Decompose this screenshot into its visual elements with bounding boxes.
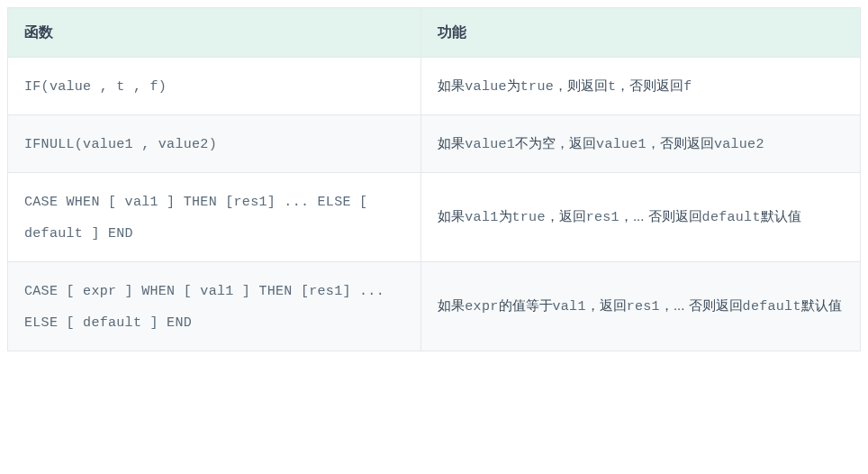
function-signature: CASE WHEN [ val1 ] THEN [res1] ... ELSE … [24,195,367,242]
description-text: 如果value1不为空，返回value1，否则返回value2 [438,135,764,150]
text-segment: ，返回 [546,208,586,223]
text-segment: 如果 [438,77,465,93]
description-text: 如果expr的值等于val1，返回res1，... 否则返回default默认值 [438,297,841,313]
text-segment: 不为空，返回 [515,135,596,150]
inline-code: true [512,210,546,225]
inline-code: true [520,79,554,95]
cell-function: IF(value , t , f) [8,57,421,114]
function-signature: IF(value , t , f) [24,79,167,95]
cell-description: 如果value1不为空，返回value1，否则返回value2 [421,114,861,172]
inline-code: val1 [465,210,498,225]
text-segment: 默认值 [761,208,801,223]
cell-function: CASE [ expr ] WHEN [ val1 ] THEN [res1] … [8,261,421,351]
text-segment: 如果 [438,297,465,313]
function-signature: IFNULL(value1 , value2) [24,137,217,152]
cell-description: 如果value为true，则返回t，否则返回f [421,57,861,114]
text-segment: 如果 [438,208,465,223]
table-row: IFNULL(value1 , value2)如果value1不为空，返回val… [8,114,861,172]
inline-code: res1 [627,299,660,314]
header-description: 功能 [421,8,861,58]
inline-code: default [743,299,801,314]
text-segment: 如果 [438,135,465,150]
text-segment: ，否则返回 [646,135,714,150]
inline-code: expr [465,299,498,314]
description-text: 如果val1为true，返回res1，... 否则返回default默认值 [438,208,800,223]
inline-code: value2 [714,137,764,152]
text-segment: ，返回 [586,297,627,313]
table-body: IF(value , t , f)如果value为true，则返回t，否则返回f… [8,57,861,351]
function-signature: CASE [ expr ] WHEN [ val1 ] THEN [res1] … [24,284,384,331]
table-row: CASE [ expr ] WHEN [ val1 ] THEN [res1] … [8,261,861,351]
text-segment: 的值等于 [499,297,553,313]
cell-description: 如果val1为true，返回res1，... 否则返回default默认值 [421,172,861,261]
table-row: CASE WHEN [ val1 ] THEN [res1] ... ELSE … [8,172,861,261]
table-header-row: 函数 功能 [8,8,861,58]
cell-function: CASE WHEN [ val1 ] THEN [res1] ... ELSE … [8,172,421,261]
inline-code: f [683,79,692,95]
text-segment: 为 [507,77,520,93]
inline-code: default [702,210,761,225]
inline-code: t [608,79,616,95]
text-segment: 默认值 [801,297,842,313]
text-segment: ，... 否则返回 [660,297,743,313]
inline-code: val1 [553,299,586,314]
text-segment: 为 [499,208,512,223]
inline-code: value1 [465,137,515,152]
table-row: IF(value , t , f)如果value为true，则返回t，否则返回f [8,57,861,114]
cell-description: 如果expr的值等于val1，返回res1，... 否则返回default默认值 [421,261,861,351]
text-segment: ，则返回 [554,77,608,93]
cell-function: IFNULL(value1 , value2) [8,114,421,172]
inline-code: value1 [596,137,646,152]
inline-code: value [465,79,507,95]
inline-code: res1 [586,210,619,225]
description-text: 如果value为true，则返回t，否则返回f [438,77,692,93]
text-segment: ，否则返回 [616,77,683,93]
text-segment: ，... 否则返回 [619,208,702,223]
header-function: 函数 [8,8,421,58]
functions-table: 函数 功能 IF(value , t , f)如果value为true，则返回t… [7,7,861,351]
